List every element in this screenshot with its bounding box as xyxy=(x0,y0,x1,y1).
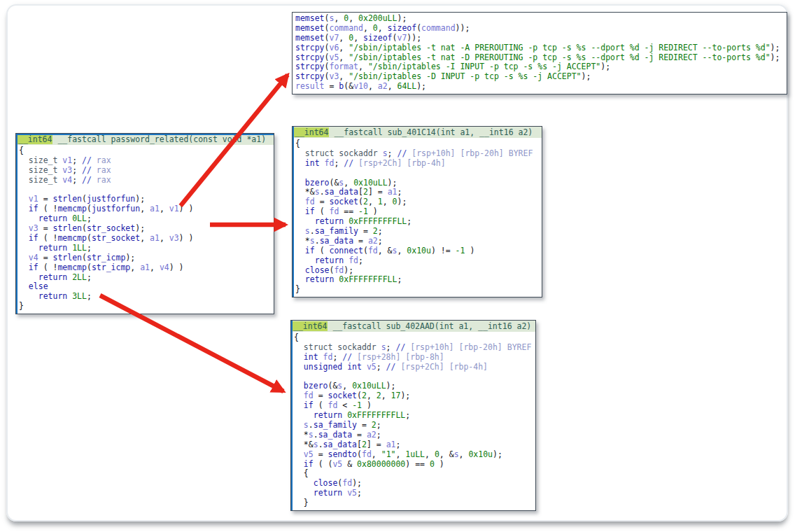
code-token: ( xyxy=(315,246,330,255)
code-token: 1uLL xyxy=(405,449,425,459)
code-token: 0 xyxy=(435,449,439,459)
code-box-password-related: __int64 __fastcall password_related(cons… xyxy=(15,133,274,314)
code-token: ); xyxy=(397,13,407,23)
code-token: == xyxy=(339,206,358,216)
function-signature: __int64 __fastcall sub_402AAD(int a1, __… xyxy=(291,321,535,332)
code-token xyxy=(295,197,305,206)
code-token: strcpy xyxy=(295,71,325,81)
code-token: strlen xyxy=(53,223,83,233)
code-token: = xyxy=(315,197,330,206)
code-token: if xyxy=(29,262,38,272)
code-token: 2 xyxy=(362,391,367,400)
code-line: struct sockaddr s; // [rsp+10h] [rbp-20h… xyxy=(295,149,540,159)
code-token: fd xyxy=(368,246,378,255)
code-token: sa_family xyxy=(314,420,357,430)
code-token: ); xyxy=(493,449,502,459)
code-token: ; xyxy=(378,226,383,236)
code-token: a2 xyxy=(368,236,378,246)
code-line: { xyxy=(294,333,533,343)
code-token: , & xyxy=(439,449,454,459)
code-token: a1 xyxy=(140,262,150,272)
code-token: v7 xyxy=(329,33,339,43)
code-token: ; xyxy=(397,187,402,197)
code-token: // xyxy=(397,148,411,158)
code-token: ) ) xyxy=(179,233,194,243)
code-token: v4 xyxy=(62,175,72,185)
code-token: . xyxy=(320,187,325,197)
code-token xyxy=(19,194,29,204)
code-token: // xyxy=(395,342,410,352)
code-token: memset xyxy=(295,33,325,43)
code-token: 1 xyxy=(378,197,383,206)
code-token: if xyxy=(29,233,38,243)
code-token: "/sbin/iptables -I INPUT -p tcp -s %s -j… xyxy=(368,62,600,71)
code-token: ; xyxy=(388,148,398,158)
code-token: v3 xyxy=(169,233,179,243)
code-token: int xyxy=(305,158,320,168)
code-token: (& xyxy=(344,81,353,91)
code-token: ); xyxy=(125,253,135,262)
code-token: sendto xyxy=(328,449,358,459)
code-token: v10 xyxy=(353,81,368,91)
code-token: } xyxy=(19,301,24,311)
code-token: justforfun xyxy=(87,194,135,204)
code-token xyxy=(19,291,38,301)
code-token: strcpy xyxy=(295,52,325,62)
code-token xyxy=(295,274,305,284)
code-token: v4 xyxy=(29,253,38,262)
code-token xyxy=(19,272,38,282)
code-token: . xyxy=(309,420,314,430)
code-line: bzero(&s, 0x10uLL); xyxy=(295,178,540,188)
code-token: ( ! xyxy=(38,233,58,243)
code-token xyxy=(295,255,315,265)
code-line: if ( !memcmp(str_socket, a1, v3) ) xyxy=(19,234,272,244)
code-line: *s.sa_data = a2; xyxy=(294,430,533,440)
code-token: -1 xyxy=(456,246,465,255)
code-token: )); xyxy=(456,23,470,33)
code-token: // xyxy=(82,175,97,185)
code-token: ( xyxy=(314,400,328,410)
code-token: , xyxy=(334,13,344,23)
code-token: , xyxy=(381,391,391,400)
pseudocode-listing: { struct sockaddr s; // [rsp+10h] [rbp-2… xyxy=(291,332,535,510)
code-token: command xyxy=(329,23,363,33)
code-token xyxy=(295,265,305,275)
code-token: ); xyxy=(600,62,610,71)
code-token xyxy=(295,206,305,216)
code-token: memcmp xyxy=(57,233,87,243)
code-token: a2 xyxy=(367,430,377,440)
code-token: 0x200uLL xyxy=(358,13,397,23)
code-token xyxy=(19,243,38,253)
code-token: , xyxy=(372,449,381,459)
code-token: * xyxy=(295,236,310,246)
code-token: 0 xyxy=(393,197,398,206)
code-line: close(fd); xyxy=(294,479,533,489)
code-token: 0 xyxy=(373,23,378,33)
code-token: s xyxy=(310,236,315,246)
code-token: , xyxy=(378,23,388,33)
code-token: rax xyxy=(97,165,111,175)
code-token: 0x10u xyxy=(407,246,431,255)
code-line: return 0xFFFFFFFFLL; xyxy=(294,411,533,421)
code-token: 3LL xyxy=(72,291,87,301)
code-token: ( xyxy=(358,197,363,206)
code-token xyxy=(19,233,29,243)
code-token: . xyxy=(310,226,315,236)
code-token: ) == xyxy=(405,459,430,469)
code-token xyxy=(294,381,304,391)
code-token: 0x10u xyxy=(468,449,493,459)
code-token: 0xFFFFFFFFLL xyxy=(347,410,405,420)
code-token xyxy=(19,175,29,185)
code-token: . xyxy=(314,430,318,440)
code-token xyxy=(318,352,323,362)
code-token: ) xyxy=(368,206,378,216)
highlighted-return-type: __int64 xyxy=(293,321,328,331)
code-token: fd xyxy=(362,449,372,459)
code-token: v1 xyxy=(169,204,179,214)
code-token: fd xyxy=(305,197,315,206)
code-token: str_icmp xyxy=(87,253,125,262)
code-token: ; xyxy=(334,158,344,168)
code-token: ); xyxy=(400,391,410,400)
code-token xyxy=(19,262,29,272)
code-token: a1 xyxy=(386,440,396,449)
